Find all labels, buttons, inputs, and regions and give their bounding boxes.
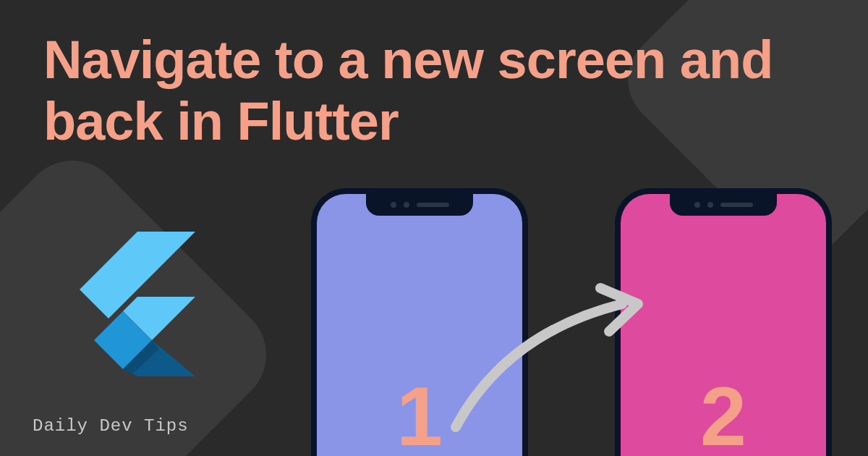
phone-mockup-one: 1 (311, 188, 528, 456)
phone-mockup-two: 2 (615, 188, 832, 456)
phone-screen-one: 1 (317, 194, 522, 456)
phone-notch-icon (670, 194, 777, 216)
screen-number-one: 1 (396, 368, 443, 456)
screen-number-two: 2 (700, 368, 746, 456)
page-title: Navigate to a new screen and back in Flu… (43, 29, 825, 152)
flutter-logo-icon (80, 232, 195, 376)
phone-notch-icon (366, 194, 473, 216)
phone-screen-two: 2 (621, 194, 826, 456)
footer-brand: Daily Dev Tips (33, 416, 189, 436)
